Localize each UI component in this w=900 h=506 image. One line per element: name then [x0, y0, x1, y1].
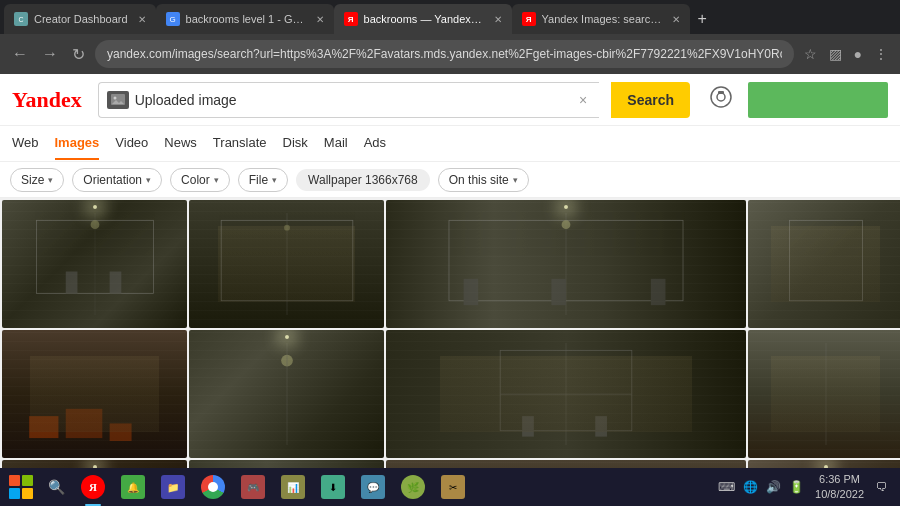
extensions-icon[interactable]: ▨ [825, 44, 846, 64]
tray-network-icon[interactable]: 🌐 [740, 478, 761, 496]
header-green-block [748, 82, 888, 118]
app7-icon: 💬 [361, 475, 385, 499]
svg-rect-5 [718, 91, 724, 94]
image-7[interactable] [386, 330, 746, 458]
image-5[interactable] [2, 330, 187, 458]
camera-search-icon[interactable] [710, 86, 732, 113]
yandex-logo[interactable]: Yandex [12, 87, 82, 113]
win-pane-2 [22, 475, 33, 486]
tab-creator[interactable]: C Creator Dashboard ✕ [4, 4, 156, 34]
svg-rect-8 [65, 271, 77, 293]
tray-battery-icon[interactable]: 🔋 [786, 478, 807, 496]
tab-yandex-active[interactable]: Я backrooms — Yandex: 3 million ... ✕ [334, 4, 512, 34]
notification-button[interactable]: 🗨 [872, 478, 892, 496]
windows-icon [9, 475, 33, 499]
filter-size[interactable]: Size ▾ [10, 168, 64, 192]
bookmark-icon[interactable]: ☆ [800, 44, 821, 64]
filter-file-label: File [249, 173, 268, 187]
filter-orientation[interactable]: Orientation ▾ [72, 168, 162, 192]
back-button[interactable]: ← [8, 43, 32, 65]
taskbar-app-8[interactable]: 🌿 [394, 468, 432, 506]
image-12[interactable] [748, 460, 900, 468]
browser-chrome: C Creator Dashboard ✕ G backrooms level … [0, 0, 900, 74]
filter-color[interactable]: Color ▾ [170, 168, 230, 192]
search-clear-button[interactable]: × [575, 92, 591, 108]
chrome-icon [201, 475, 225, 499]
filter-on-this-site[interactable]: On this site ▾ [438, 168, 529, 192]
svg-rect-23 [109, 423, 131, 441]
image-8[interactable] [748, 330, 900, 458]
new-tab-button[interactable]: + [690, 10, 715, 28]
search-button[interactable]: Search [611, 82, 690, 118]
image-3[interactable] [386, 200, 746, 328]
file-arrow-icon: ▾ [272, 175, 277, 185]
search-bar: Uploaded image × [98, 82, 600, 118]
search-input-value: Uploaded image [135, 92, 569, 108]
taskbar-app-chrome[interactable] [194, 468, 232, 506]
svg-point-1 [113, 97, 116, 100]
svg-point-10 [90, 220, 99, 229]
taskbar-app-2[interactable]: 🔔 [114, 468, 152, 506]
image-9[interactable] [2, 460, 187, 468]
address-bar[interactable] [95, 40, 794, 68]
yandex-favicon: Я [344, 12, 358, 26]
tab-ya-close[interactable]: ✕ [494, 14, 502, 25]
taskbar-app-6[interactable]: ⬇ [314, 468, 352, 506]
image-10[interactable] [189, 460, 384, 468]
taskbar-apps: Я 🔔 📁 🎮 📊 ⬇ 💬 🌿 ✂ [74, 468, 713, 506]
tab-creator-close[interactable]: ✕ [138, 14, 146, 25]
svg-rect-26 [500, 350, 632, 430]
svg-rect-18 [651, 279, 666, 305]
taskbar-app-5[interactable]: 📊 [274, 468, 312, 506]
tab-news[interactable]: News [164, 127, 197, 160]
image-2[interactable] [189, 200, 384, 328]
taskbar-app-3[interactable]: 📁 [154, 468, 192, 506]
image-6[interactable] [189, 330, 384, 458]
svg-rect-22 [65, 409, 102, 438]
tab-web[interactable]: Web [12, 127, 39, 160]
taskbar-app-7[interactable]: 💬 [354, 468, 392, 506]
image-grid [0, 198, 900, 468]
menu-icon[interactable]: ⋮ [870, 44, 892, 64]
svg-point-13 [284, 224, 290, 230]
refresh-button[interactable]: ↻ [68, 43, 89, 66]
tray-volume-icon[interactable]: 🔊 [763, 478, 784, 496]
filter-on-this-site-label: On this site [449, 173, 509, 187]
start-button[interactable] [4, 470, 38, 504]
tab-creator-label: Creator Dashboard [34, 13, 128, 25]
image-4[interactable] [748, 200, 900, 328]
size-arrow-icon: ▾ [48, 175, 53, 185]
app6-icon: ⬇ [321, 475, 345, 499]
taskbar-app-4[interactable]: 🎮 [234, 468, 272, 506]
taskbar-search-button[interactable]: 🔍 [40, 471, 72, 503]
taskbar-clock[interactable]: 6:36 PM 10/8/2022 [809, 472, 870, 503]
tab-yandex-images[interactable]: Я Yandex Images: search for simil... ✕ [512, 4, 690, 34]
image-11[interactable] [386, 460, 746, 468]
app3-icon: 📁 [161, 475, 185, 499]
tab-mail[interactable]: Mail [324, 127, 348, 160]
filter-file[interactable]: File ▾ [238, 168, 288, 192]
tab-backrooms-google[interactable]: G backrooms level 1 - Google Sea... ✕ [156, 4, 334, 34]
nav-bar: ← → ↻ ☆ ▨ ● ⋮ [0, 34, 900, 74]
svg-rect-11 [221, 220, 353, 300]
tab-yi-close[interactable]: ✕ [672, 14, 680, 25]
tab-ya-label: backrooms — Yandex: 3 million ... [364, 13, 484, 25]
app2-icon: 🔔 [121, 475, 145, 499]
system-tray: ⌨ 🌐 🔊 🔋 6:36 PM 10/8/2022 🗨 [715, 472, 896, 503]
tray-icon-1[interactable]: ⌨ [715, 478, 738, 496]
image-1[interactable] [2, 200, 187, 328]
forward-button[interactable]: → [38, 43, 62, 65]
profile-icon[interactable]: ● [850, 44, 866, 64]
tab-ads[interactable]: Ads [364, 127, 386, 160]
tab-bg-close[interactable]: ✕ [316, 14, 324, 25]
tab-video[interactable]: Video [115, 127, 148, 160]
app4-icon: 🎮 [241, 475, 265, 499]
tab-images[interactable]: Images [55, 127, 100, 160]
tab-disk[interactable]: Disk [283, 127, 308, 160]
tab-translate[interactable]: Translate [213, 127, 267, 160]
taskbar-app-9[interactable]: ✂ [434, 468, 472, 506]
svg-rect-28 [522, 416, 534, 436]
nav-tabs: Web Images Video News Translate Disk Mai… [0, 126, 900, 162]
taskbar-browser-app[interactable]: Я [74, 468, 112, 506]
filter-wallpaper[interactable]: Wallpaper 1366x768 [296, 169, 430, 191]
